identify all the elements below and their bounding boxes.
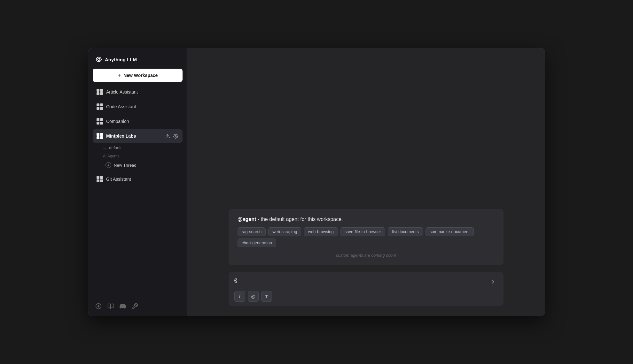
workspace-icon-active [97,133,103,139]
active-workspace-name: Mintplex Labs [106,133,136,139]
workspace-label: Git Assistant [106,177,131,182]
settings-button[interactable] [173,133,179,139]
export-button[interactable] [165,133,171,139]
input-area: @ / @ T [229,272,504,306]
tag-save-file: save-file-to-browser [340,227,385,236]
new-thread-label: New Thread [114,163,137,168]
active-ws-actions [165,133,179,139]
upload-icon[interactable] [95,303,102,309]
workspace-label: Companion [106,119,129,124]
send-button[interactable] [488,277,498,286]
agent-title: @agent - the default agent for this work… [238,216,495,222]
thread-default[interactable]: default [100,143,183,152]
tag-web-scraping: web-scraping [268,227,301,236]
input-row: @ [234,277,498,286]
thread-group: default AI Agents + New Thread [93,143,183,171]
agent-tags: rag-search web-scraping web-browsing sav… [238,227,495,247]
ai-agents-label: AI Agents [100,152,183,160]
tag-summarize-document: summarize-document [426,227,474,236]
workspace-icon [97,176,103,182]
tools-icon[interactable] [132,303,138,309]
logo-row: Anything LLM [93,54,183,69]
at-mention-button[interactable]: @ [248,291,259,302]
slash-command-button[interactable]: / [234,291,245,302]
sidebar: Anything LLM + New Workspace Article Ass… [88,48,187,316]
agent-card: @agent - the default agent for this work… [229,209,504,265]
new-workspace-button[interactable]: + New Workspace [93,69,183,82]
tag-list-documents: list-documents [388,227,423,236]
main-content: @agent - the default agent for this work… [187,48,545,316]
new-workspace-label: New Workspace [123,73,158,78]
workspace-label: Code Assistant [106,104,136,109]
format-text-button[interactable]: T [261,291,272,302]
sidebar-item-code-assistant[interactable]: Code Assistant [93,100,183,113]
sidebar-item-article-assistant[interactable]: Article Assistant [93,85,183,99]
plus-icon: + [118,72,121,78]
tag-chart-generation: chart-generation [238,239,276,247]
sidebar-item-companion[interactable]: Companion [93,115,183,128]
book-icon[interactable] [107,303,114,309]
agent-prefix: @agent [238,216,256,222]
sidebar-item-git-assistant[interactable]: Git Assistant [93,172,183,186]
chat-input[interactable]: @ [234,277,485,286]
workspace-label: Article Assistant [106,89,138,95]
discord-icon[interactable] [120,303,126,309]
workspace-icon [97,118,103,125]
workspace-icon [97,103,103,110]
svg-point-1 [175,135,176,137]
agent-description: - the default agent for this workspace. [256,216,343,222]
workspace-icon [97,89,103,95]
tag-rag-search: rag-search [238,227,266,236]
plus-circle-icon: + [106,162,111,168]
app-window: Anything LLM + New Workspace Article Ass… [88,48,545,316]
coming-soon-text: custom agents are coming soon! [238,253,495,258]
new-thread-button[interactable]: + New Thread [103,160,183,171]
sidebar-item-mintplex-labs[interactable]: Mintplex Labs [93,129,183,143]
app-title: Anything LLM [105,57,137,62]
input-toolbar: / @ T [234,291,498,302]
tag-web-browsing: web-browsing [304,227,338,236]
logo-icon [95,56,102,63]
sidebar-bottom [93,300,183,310]
active-ws-left: Mintplex Labs [97,133,136,139]
